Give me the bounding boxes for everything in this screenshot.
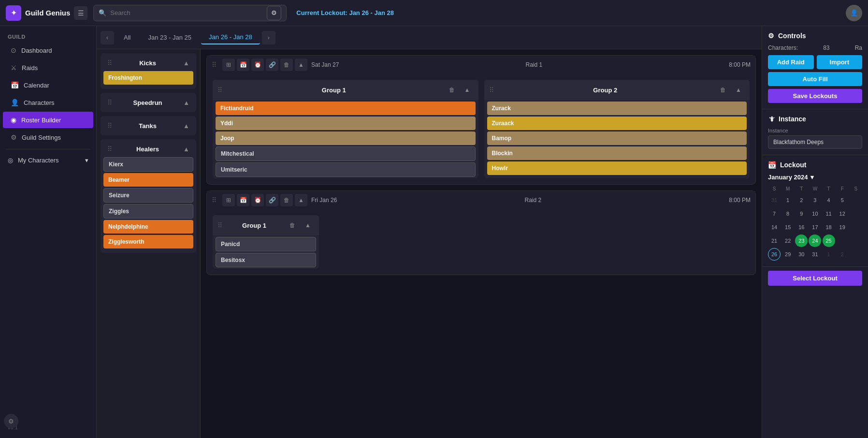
settings-floating-button[interactable]: ⚙ [4, 414, 18, 428]
cal-day-5[interactable]: 5 [836, 194, 849, 206]
group2-delete[interactable]: 🗑 [717, 84, 729, 96]
cal-day-15[interactable]: 15 [781, 221, 794, 234]
cal-day-31-jan[interactable]: 31 [809, 248, 821, 261]
group1-delete[interactable]: 🗑 [446, 84, 458, 96]
member-bamop[interactable]: Bamop [487, 131, 747, 145]
raid-calendar-btn-2[interactable]: 📅 [237, 194, 249, 206]
member-yddi[interactable]: Yddi [216, 117, 476, 130]
member-umitseric[interactable]: Umitseric [216, 162, 476, 177]
cal-day-11[interactable]: 11 [823, 207, 835, 220]
drag-handle-kicks[interactable]: ⠿ [107, 59, 112, 67]
cal-day-4[interactable]: 4 [823, 194, 835, 206]
cal-day-21[interactable]: 21 [768, 234, 781, 247]
raid2-group1-collapse[interactable]: ▲ [302, 219, 314, 232]
drag-handle-tanks[interactable]: ⠿ [107, 122, 112, 130]
cal-day-23[interactable]: 23 [795, 234, 808, 247]
cal-day-18[interactable]: 18 [823, 221, 835, 234]
import-button[interactable]: Import [817, 55, 863, 69]
member-blockin[interactable]: Blockin [487, 146, 747, 160]
cal-day-14[interactable]: 14 [768, 221, 781, 234]
raid-add-group-btn-1[interactable]: ⊞ [222, 58, 235, 71]
filter-button[interactable]: ⚙ [267, 6, 281, 20]
cal-day-2-feb[interactable]: 2 [836, 248, 849, 261]
calendar-dropdown-icon[interactable]: ▾ [810, 174, 814, 181]
character-froshington[interactable]: Froshington [103, 71, 193, 85]
group1-collapse[interactable]: ▲ [461, 84, 474, 96]
sidebar-item-characters[interactable]: 👤 Characters [3, 94, 93, 111]
group1-drag[interactable]: ⠿ [217, 86, 222, 94]
cal-day-19[interactable]: 19 [836, 221, 849, 234]
group2-drag[interactable]: ⠿ [489, 86, 494, 94]
raid-clock-btn-2[interactable]: ⏰ [251, 194, 264, 206]
raid-collapse-btn-1[interactable]: ▲ [295, 58, 307, 71]
group2-collapse[interactable]: ▲ [732, 84, 745, 96]
member-zuraack[interactable]: Zuraack [487, 117, 747, 130]
cal-day-1-feb[interactable]: 1 [823, 248, 835, 261]
raid-link-btn-1[interactable]: 🔗 [266, 58, 278, 71]
auto-fill-button[interactable]: Auto Fill [768, 72, 862, 86]
character-nelphdelphine[interactable]: Nelphdelphine [103, 220, 193, 234]
cal-day-3[interactable]: 3 [809, 194, 821, 206]
member-besitosx[interactable]: Besitosx [216, 253, 316, 267]
tab-all[interactable]: All [116, 31, 138, 44]
cal-day-22[interactable]: 22 [781, 234, 794, 247]
collapse-kicks[interactable]: ▲ [183, 59, 189, 67]
raid-link-btn-2[interactable]: 🔗 [266, 194, 278, 206]
cal-day-24[interactable]: 24 [809, 234, 821, 247]
member-mitchestical[interactable]: Mitchestical [216, 146, 476, 161]
collapse-tanks[interactable]: ▲ [183, 122, 189, 130]
cal-day-9[interactable]: 9 [795, 207, 808, 220]
raid-add-group-btn-2[interactable]: ⊞ [222, 194, 235, 206]
cal-day-31-dec[interactable]: 31 [768, 194, 781, 206]
character-beamer[interactable]: Beamer [103, 173, 193, 187]
sidebar-item-raids[interactable]: ⚔ Raids [3, 59, 93, 76]
member-fictiandruid[interactable]: Fictiandruid [216, 102, 476, 115]
tab-jan26[interactable]: Jan 26 - Jan 28 [201, 30, 260, 44]
sidebar-item-guild-settings[interactable]: ⚙ Guild Settings [3, 129, 93, 146]
raid-drag-handle-2[interactable]: ⠿ [212, 196, 217, 204]
collapse-speedrun[interactable]: ▲ [183, 99, 189, 106]
member-panicd[interactable]: Panicd [216, 237, 316, 251]
drag-handle-speedrun[interactable]: ⠿ [107, 99, 112, 106]
cal-day-29[interactable]: 29 [781, 248, 794, 261]
tab-jan23[interactable]: Jan 23 - Jan 25 [140, 31, 199, 44]
tab-next-arrow[interactable]: › [262, 31, 275, 44]
raid-delete-btn-1[interactable]: 🗑 [280, 58, 293, 71]
raid-drag-handle-1[interactable]: ⠿ [212, 61, 217, 69]
cal-day-25[interactable]: 25 [823, 234, 835, 247]
member-howlr[interactable]: Howlr [487, 161, 747, 175]
save-lockouts-button[interactable]: Save Lockouts [768, 89, 862, 103]
sidebar-item-dashboard[interactable]: ⊙ Dashboard [3, 42, 93, 58]
character-seizure[interactable]: Seizure [103, 188, 193, 203]
cal-day-7[interactable]: 7 [768, 207, 781, 220]
collapse-healers[interactable]: ▲ [183, 146, 189, 153]
character-ziggles[interactable]: Ziggles [103, 204, 193, 219]
character-zigglesworth[interactable]: Zigglesworth [103, 235, 193, 248]
cal-day-1[interactable]: 1 [781, 194, 794, 206]
member-zurack[interactable]: Zurack [487, 102, 747, 115]
cal-day-30[interactable]: 30 [795, 248, 808, 261]
character-kierx[interactable]: Kierx [103, 157, 193, 172]
cal-day-17[interactable]: 17 [809, 221, 821, 234]
cal-day-12[interactable]: 12 [836, 207, 849, 220]
raid-delete-btn-2[interactable]: 🗑 [280, 194, 293, 206]
select-lockout-button[interactable]: Select Lockout [768, 271, 862, 286]
hamburger-button[interactable]: ☰ [74, 6, 87, 20]
tab-prev-arrow[interactable]: ‹ [101, 31, 114, 44]
raid-clock-btn-1[interactable]: ⏰ [251, 58, 264, 71]
cal-day-26[interactable]: 26 [768, 248, 781, 261]
search-input[interactable] [110, 9, 263, 16]
cal-day-10[interactable]: 10 [809, 207, 821, 220]
sidebar-item-calendar[interactable]: 📅 Calendar [3, 77, 93, 93]
cal-day-16[interactable]: 16 [795, 221, 808, 234]
cal-day-8[interactable]: 8 [781, 207, 794, 220]
member-joop[interactable]: Joop [216, 131, 476, 145]
drag-handle-healers[interactable]: ⠿ [107, 145, 112, 153]
sidebar-item-roster-builder[interactable]: ◉ Roster Builder [3, 112, 93, 128]
raid-collapse-btn-2[interactable]: ▲ [295, 194, 307, 206]
raid2-group1-delete[interactable]: 🗑 [286, 219, 299, 232]
raid2-group1-drag[interactable]: ⠿ [217, 221, 222, 229]
raid-calendar-btn-1[interactable]: 📅 [237, 58, 249, 71]
add-raid-button[interactable]: Add Raid [768, 55, 814, 69]
cal-day-2[interactable]: 2 [795, 194, 808, 206]
